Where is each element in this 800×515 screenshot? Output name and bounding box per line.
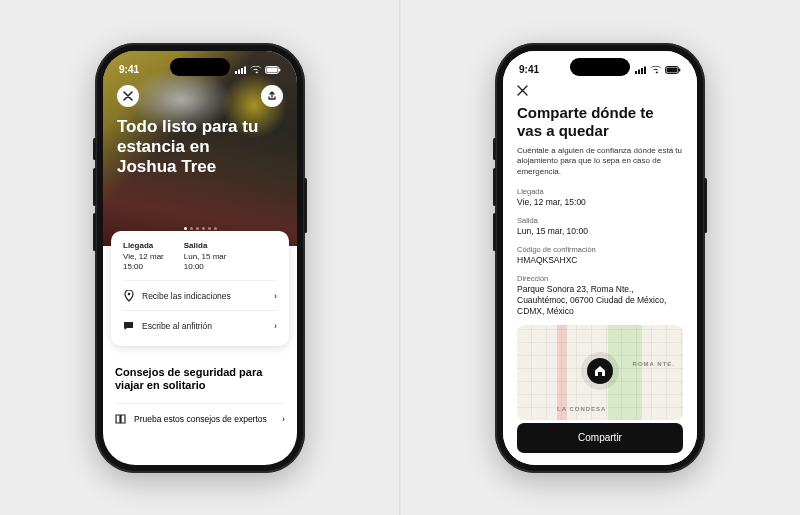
- dynamic-island: [570, 58, 630, 76]
- row-message-host[interactable]: Escribe al anfitrión ›: [123, 310, 277, 340]
- svg-rect-8: [635, 71, 637, 74]
- sheet-title: Comparte dónde te vas a quedar: [517, 104, 667, 140]
- home-icon: [594, 365, 606, 377]
- checkout-value: Lun, 15 mar, 10:00: [517, 226, 683, 236]
- map-preview[interactable]: ROMA NTE. LA CONDESA: [517, 325, 683, 420]
- close-button[interactable]: [117, 85, 139, 107]
- confirmation-block: Código de confirmación HMAQKSAHXC: [517, 245, 683, 265]
- phone-mockup-trip-details: 9:41 Todo l: [95, 43, 305, 473]
- svg-rect-5: [267, 67, 278, 72]
- share-icon: [267, 91, 277, 101]
- close-button[interactable]: [517, 85, 683, 96]
- checkout-label: Salida: [517, 216, 683, 225]
- safety-tips-title: Consejos de seguridad para viajar en sol…: [115, 366, 285, 394]
- chevron-right-icon: ›: [274, 291, 277, 301]
- status-indicators: [635, 66, 681, 74]
- row-get-directions[interactable]: Recibe las indicaciones ›: [123, 280, 277, 310]
- status-indicators: [235, 66, 281, 74]
- sheet-subtitle: Cuéntale a alguien de confianza dónde es…: [517, 146, 683, 178]
- status-time: 9:41: [519, 64, 539, 75]
- checkin-label: Llegada: [517, 187, 683, 196]
- dynamic-island: [170, 58, 230, 76]
- address-value: Parque Sonora 23, Roma Nte., Cuauhtémoc,…: [517, 284, 683, 317]
- map-neighborhood-label: ROMA NTE.: [633, 361, 675, 367]
- svg-rect-10: [641, 68, 643, 74]
- chevron-right-icon: ›: [282, 414, 285, 424]
- row-get-directions-label: Recibe las indicaciones: [142, 291, 231, 301]
- book-icon: [115, 413, 126, 424]
- svg-rect-2: [241, 68, 243, 74]
- close-icon: [517, 85, 528, 96]
- svg-rect-14: [679, 68, 680, 71]
- close-icon: [123, 91, 133, 101]
- phone-mockup-share-sheet: 9:41 Comparte dónde te vas a quedar Cuén…: [495, 43, 705, 473]
- svg-rect-11: [644, 66, 646, 74]
- trip-summary-card: Llegada Vie, 12 mar 15:00 Salida Lun, 15…: [111, 231, 289, 347]
- row-safety-tips-label: Prueba estos consejos de expertos: [134, 414, 267, 424]
- row-safety-tips[interactable]: Prueba estos consejos de expertos ›: [115, 403, 285, 433]
- checkin-value: Vie, 12 mar, 15:00: [517, 197, 683, 207]
- share-button[interactable]: [261, 85, 283, 107]
- share-button-label: Compartir: [578, 432, 622, 443]
- checkin-value: Vie, 12 mar 15:00: [123, 252, 164, 273]
- map-neighborhood-label: LA CONDESA: [557, 406, 606, 412]
- confirmation-value: HMAQKSAHXC: [517, 255, 683, 265]
- svg-rect-3: [244, 66, 246, 74]
- hero-title: Todo listo para tu estancia en Joshua Tr…: [117, 117, 267, 178]
- svg-point-7: [127, 292, 130, 295]
- address-label: Dirección: [517, 274, 683, 283]
- chat-icon: [123, 320, 134, 331]
- share-button[interactable]: Compartir: [517, 423, 683, 453]
- chevron-right-icon: ›: [274, 321, 277, 331]
- svg-rect-1: [238, 69, 240, 74]
- row-message-host-label: Escribe al anfitrión: [142, 321, 212, 331]
- svg-rect-9: [638, 69, 640, 74]
- checkout-value: Lun, 15 mar 10:00: [184, 252, 227, 273]
- svg-rect-6: [279, 68, 280, 71]
- address-block: Dirección Parque Sonora 23, Roma Nte., C…: [517, 274, 683, 317]
- carousel-dots[interactable]: [184, 227, 217, 236]
- map-pin: [587, 358, 613, 384]
- checkin-block: Llegada Vie, 12 mar, 15:00: [517, 187, 683, 207]
- confirmation-label: Código de confirmación: [517, 245, 683, 254]
- status-time: 9:41: [119, 64, 139, 75]
- safety-tips-section: Consejos de seguridad para viajar en sol…: [115, 366, 285, 434]
- page-divider: [399, 0, 401, 515]
- svg-rect-13: [667, 67, 678, 72]
- pin-icon: [123, 290, 134, 301]
- checkout-block: Salida Lun, 15 mar, 10:00: [517, 216, 683, 236]
- svg-rect-0: [235, 71, 237, 74]
